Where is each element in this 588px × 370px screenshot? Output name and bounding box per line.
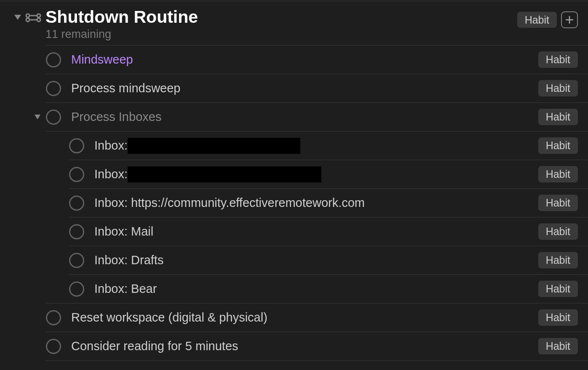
task-tag[interactable]: Habit	[538, 51, 578, 68]
svg-point-2	[26, 18, 29, 21]
task-checkbox[interactable]	[46, 310, 61, 325]
project-header-actions: Habit	[517, 11, 578, 28]
task-title[interactable]: Consider reading for 5 minutes	[71, 339, 538, 353]
task-tag[interactable]: Habit	[538, 338, 578, 354]
task-row[interactable]: Process mindsweepHabit	[0, 74, 588, 102]
task-row[interactable]: Inbox: Habit	[0, 131, 588, 160]
task-tag[interactable]: Habit	[538, 195, 578, 211]
task-list: MindsweepHabitProcess mindsweepHabitProc…	[0, 45, 588, 361]
svg-marker-0	[14, 15, 21, 20]
task-row[interactable]: Inbox:Habit	[0, 160, 588, 188]
task-title[interactable]: Inbox:	[94, 138, 538, 154]
project-title-block: Shutdown Routine 11 remaining	[45, 7, 517, 41]
task-row[interactable]: Inbox: MailHabit	[0, 217, 588, 246]
task-checkbox[interactable]	[46, 81, 61, 96]
task-title[interactable]: Process Inboxes	[71, 110, 538, 124]
task-tag[interactable]: Habit	[538, 252, 578, 268]
project-title[interactable]: Shutdown Routine	[45, 7, 517, 27]
svg-point-1	[26, 14, 29, 17]
task-row[interactable]: Inbox: https://community.effectiveremote…	[0, 189, 588, 217]
task-checkbox[interactable]	[46, 110, 61, 125]
top-divider	[0, 1, 588, 1]
task-title[interactable]: Inbox: Drafts	[94, 253, 538, 267]
chevron-down-icon	[14, 15, 21, 20]
task-title[interactable]: Process mindsweep	[71, 81, 538, 95]
plus-icon	[566, 16, 573, 24]
task-tag[interactable]: Habit	[538, 166, 578, 182]
task-tag[interactable]: Habit	[538, 309, 578, 326]
svg-point-4	[37, 18, 40, 21]
task-checkbox[interactable]	[46, 52, 61, 67]
task-tag[interactable]: Habit	[538, 281, 578, 297]
project-header: Shutdown Routine 11 remaining Habit	[0, 7, 588, 41]
task-title[interactable]: Inbox: https://community.effectiveremote…	[94, 196, 538, 210]
add-task-button[interactable]	[561, 11, 578, 28]
task-row[interactable]: Inbox: BearHabit	[0, 275, 588, 303]
task-tag[interactable]: Habit	[538, 223, 578, 240]
project-subtitle: 11 remaining	[45, 28, 517, 41]
task-manager-view: Shutdown Routine 11 remaining Habit Mind…	[0, 0, 588, 361]
task-row[interactable]: Inbox: DraftsHabit	[0, 246, 588, 274]
chevron-down-icon	[35, 115, 40, 119]
svg-marker-9	[35, 115, 40, 119]
project-disclosure-toggle[interactable]	[13, 12, 23, 22]
task-checkbox[interactable]	[69, 253, 84, 268]
task-row[interactable]: Reset workspace (digital & physical)Habi…	[0, 303, 588, 332]
task-title[interactable]: Reset workspace (digital & physical)	[71, 311, 538, 324]
task-tag[interactable]: Habit	[538, 109, 578, 125]
task-title[interactable]: Mindsweep	[71, 53, 538, 67]
task-checkbox[interactable]	[69, 138, 84, 153]
task-disclosure-toggle[interactable]	[32, 111, 43, 123]
row-divider	[45, 360, 588, 361]
task-title[interactable]: Inbox: Bear	[94, 282, 538, 296]
task-title[interactable]: Inbox:	[94, 166, 538, 182]
task-checkbox[interactable]	[69, 196, 84, 211]
task-checkbox[interactable]	[69, 224, 84, 239]
redacted-text	[128, 166, 321, 182]
task-row[interactable]: Consider reading for 5 minutesHabit	[0, 332, 588, 360]
task-row[interactable]: MindsweepHabit	[0, 46, 588, 74]
task-checkbox[interactable]	[46, 339, 61, 354]
task-checkbox[interactable]	[69, 282, 84, 297]
task-tag[interactable]: Habit	[538, 137, 578, 154]
project-tag[interactable]: Habit	[517, 12, 557, 28]
task-title[interactable]: Inbox: Mail	[94, 225, 538, 239]
svg-point-3	[37, 14, 40, 17]
task-row[interactable]: Process InboxesHabit	[0, 103, 588, 131]
task-tag[interactable]: Habit	[538, 80, 578, 97]
task-checkbox[interactable]	[69, 167, 84, 182]
redacted-text	[128, 138, 300, 154]
sequential-project-icon	[25, 10, 41, 26]
